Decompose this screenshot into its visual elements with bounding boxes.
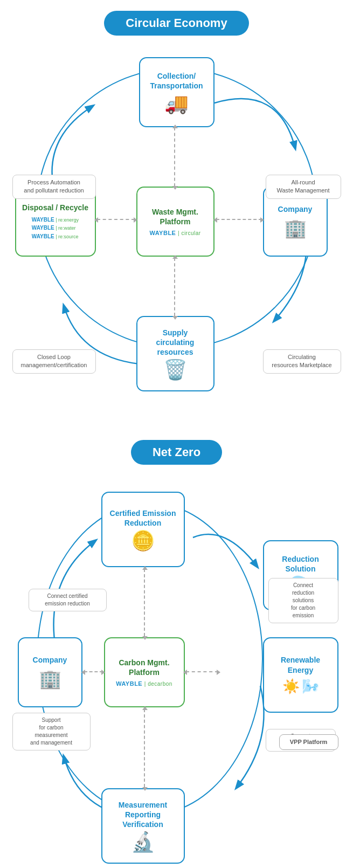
carbon-platform-node: Carbon Mgmt.Platform WAYBLE | decarbon <box>104 637 185 707</box>
waste-platform-node: Waste Mgmt.Platform WAYBLE | circular <box>136 187 214 257</box>
collection-node: Collection/Transportation 🚚 <box>139 57 214 127</box>
circular-economy-title: Circular Economy <box>104 11 248 36</box>
renewable-title: RenewableEnergy <box>281 655 320 674</box>
wayble-lines: WAYBLE | re:energy WAYBLE | re:water WAY… <box>32 216 79 241</box>
nz-arrow-right-left <box>101 670 105 675</box>
nz-arrow-up <box>142 566 148 570</box>
nz-arrow-down-bot <box>142 787 148 791</box>
mrv-node: MeasurementReportingVerification 🔬 <box>101 788 185 864</box>
circulating-label: Circulatingresources Marketplace <box>263 349 341 374</box>
closed-loop-label: Closed Loopmanagement/certification <box>12 349 96 374</box>
building-icon-nz: 🏢 <box>39 668 61 690</box>
nz-v-arrow-bottom <box>144 709 145 787</box>
support-carbon-label: Supportfor carbonmeasurementand manageme… <box>12 713 91 750</box>
net-zero-title: Net Zero <box>131 440 222 465</box>
certified-node: Certified EmissionReduction 🪙 <box>101 492 185 567</box>
arrow-down-bottom <box>172 316 178 320</box>
arrow-left-to-center <box>134 217 137 223</box>
solar-icon: ☀️ <box>282 678 300 695</box>
nz-h-arrow-right <box>186 671 218 672</box>
supply-title: Supply circulatingresources <box>143 328 208 357</box>
renewable-node: RenewableEnergy ☀️ 🌬️ <box>263 637 338 713</box>
nz-arrow-down-top <box>142 636 148 640</box>
circular-economy-section: Circular Economy <box>0 0 353 418</box>
v-arrow-bottom <box>174 258 175 316</box>
arrow-up-bottom <box>172 255 178 259</box>
nz-arrow-left-right2 <box>183 670 187 675</box>
vpp-label: VPP Platform <box>279 734 338 750</box>
net-zero-section: Net Zero Certified EmissionReduction 🪙 <box>0 429 353 868</box>
company-title-top: Company <box>278 204 313 214</box>
nz-arrow-right-right <box>217 670 220 675</box>
supply-node: Supply circulatingresources 🗑️ <box>136 316 214 391</box>
wayble-decarbon-brand: WAYBLE | decarbon <box>116 680 172 687</box>
nz-arrow-up-bot <box>142 706 148 710</box>
building-icon-top: 🏢 <box>284 217 307 239</box>
process-auto-label: Process Automationand pollutant reductio… <box>12 175 96 199</box>
v-arrow-top <box>174 127 175 187</box>
nz-arrow-left-right <box>81 670 85 675</box>
wind-icon: 🌬️ <box>302 678 319 695</box>
coins-icon: 🪙 <box>131 531 155 550</box>
truck-icon: 🚚 <box>164 94 189 113</box>
arrow-down-top <box>172 186 178 190</box>
nz-v-arrow-top <box>144 569 145 636</box>
wayble-circular-brand: WAYBLE | circular <box>149 230 200 236</box>
arrow-up-top <box>172 125 178 128</box>
arrow-center-to-left <box>94 217 98 223</box>
reduction-title: ReductionSolution <box>282 554 319 574</box>
gauge-icon: 🔬 <box>131 832 155 852</box>
carbon-platform-title: Carbon Mgmt.Platform <box>119 658 169 677</box>
waste-platform-title: Waste Mgmt.Platform <box>152 207 198 226</box>
connect-certified-label: Connect certifiedemission reduction <box>29 589 107 611</box>
company-title-nz: Company <box>33 655 67 665</box>
connect-reduction-label: Connectreductionsolutionsfor carbonemiss… <box>268 578 338 623</box>
disposal-title: Disposal / Recycle <box>22 203 88 212</box>
arrow-left-right <box>213 217 217 223</box>
circular-diagram: Collection/Transportation 🚚 Disposal / R… <box>10 41 344 408</box>
allround-label: All-roundWaste Management <box>266 175 341 199</box>
h-arrow-left <box>97 219 135 220</box>
nz-h-arrow-left <box>84 671 103 672</box>
company-node-nz: Company 🏢 <box>18 637 82 707</box>
certified-title: Certified EmissionReduction <box>110 508 176 528</box>
netzero-diagram: Certified EmissionReduction 🪙 Carbon Mgm… <box>10 470 344 868</box>
arrow-right <box>260 217 264 223</box>
recycle-bin-icon: 🗑️ <box>163 360 188 380</box>
collection-title: Collection/Transportation <box>150 71 203 91</box>
mrv-title: MeasurementReportingVerification <box>119 800 167 830</box>
renewable-icons: ☀️ 🌬️ <box>282 678 319 695</box>
h-arrow-right <box>216 219 262 220</box>
